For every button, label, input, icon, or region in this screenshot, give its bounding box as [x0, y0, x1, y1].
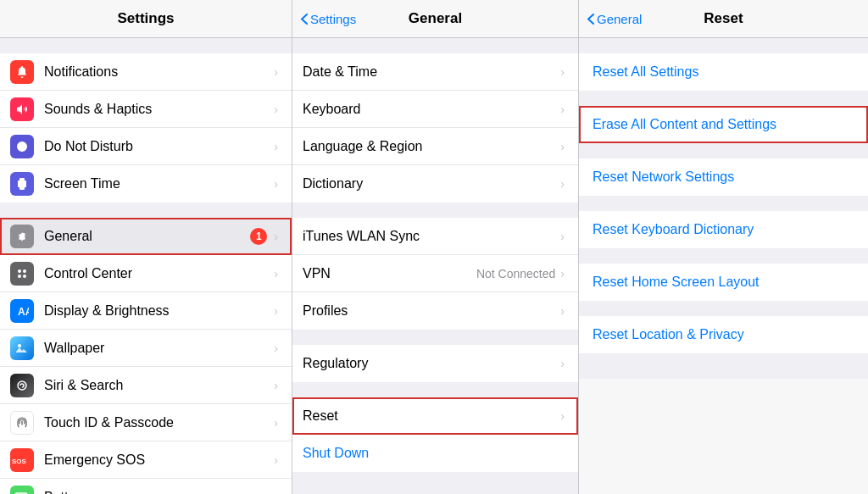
- chevron-icon: ›: [560, 409, 565, 423]
- middle-item-dictionary[interactable]: Dictionary ›: [292, 165, 578, 203]
- vpn-label: VPN: [303, 266, 476, 281]
- wallpaper-label: Wallpaper: [44, 341, 274, 356]
- right-item-reset-network[interactable]: Reset Network Settings: [579, 158, 868, 196]
- chevron-icon: ›: [274, 304, 278, 318]
- regulatory-label: Regulatory: [303, 356, 560, 371]
- left-column: Settings Notifications ›: [0, 0, 292, 494]
- reset-homescreen-label: Reset Home Screen Layout: [593, 275, 760, 290]
- section-gap: [579, 248, 868, 264]
- sounds-label: Sounds & Haptics: [44, 102, 274, 117]
- chevron-icon: ›: [560, 230, 565, 243]
- notifications-icon: [10, 60, 34, 84]
- sidebar-item-touchid[interactable]: Touch ID & Passcode ›: [0, 404, 292, 441]
- middle-column: Settings General Date & Time › Keyboard …: [292, 0, 579, 494]
- chevron-icon: ›: [560, 65, 565, 79]
- dnd-icon: [10, 135, 34, 158]
- chevron-icon: ›: [560, 103, 565, 116]
- chevron-icon: ›: [274, 140, 278, 153]
- section-gap: [579, 91, 868, 106]
- left-group1: Notifications › Sounds & Haptics ›: [0, 53, 292, 203]
- bottom-gap: [579, 353, 868, 379]
- vpn-status: Not Connected: [476, 267, 555, 280]
- middle-group1: Date & Time › Keyboard › Language & Regi…: [292, 53, 578, 203]
- svg-rect-0: [19, 178, 25, 190]
- right-item-reset-keyboard[interactable]: Reset Keyboard Dictionary: [579, 211, 868, 248]
- middle-item-shutdown[interactable]: Shut Down: [292, 435, 578, 472]
- chevron-icon: ›: [274, 341, 278, 355]
- dnd-label: Do Not Disturb: [44, 139, 274, 154]
- middle-item-language[interactable]: Language & Region ›: [292, 128, 578, 165]
- svg-rect-2: [25, 180, 26, 187]
- reset-network-label: Reset Network Settings: [593, 169, 734, 185]
- chevron-icon: ›: [560, 267, 565, 280]
- notifications-label: Notifications: [44, 64, 274, 80]
- reset-location-label: Reset Location & Privacy: [593, 327, 744, 342]
- dictionary-label: Dictionary: [303, 176, 560, 191]
- controlcenter-icon: [10, 262, 34, 286]
- right-scroll: Reset All Settings Erase All Content and…: [579, 38, 868, 494]
- sos-icon: SOS: [10, 448, 34, 472]
- bottom-gap: [292, 472, 578, 494]
- sidebar-item-controlcenter[interactable]: Control Center ›: [0, 255, 292, 292]
- keyboard-label: Keyboard: [303, 102, 560, 117]
- right-group5: Reset Home Screen Layout: [579, 264, 868, 301]
- middle-group2: iTunes WLAN Sync › VPN Not Connected › P…: [292, 218, 578, 330]
- right-back-label: General: [597, 12, 642, 26]
- middle-header: Settings General: [292, 0, 578, 38]
- reset-all-label: Reset All Settings: [593, 64, 698, 80]
- section-gap: [292, 203, 578, 218]
- chevron-icon: ›: [274, 379, 278, 392]
- middle-back-button[interactable]: Settings: [301, 12, 356, 26]
- sidebar-item-sounds[interactable]: Sounds & Haptics ›: [0, 91, 292, 128]
- chevron-icon: ›: [560, 177, 565, 191]
- chevron-icon: ›: [274, 416, 278, 430]
- right-group4: Reset Keyboard Dictionary: [579, 211, 868, 248]
- sounds-icon: [10, 97, 34, 121]
- middle-item-profiles[interactable]: Profiles ›: [292, 292, 578, 330]
- sidebar-item-siri[interactable]: Siri & Search ›: [0, 367, 292, 404]
- middle-item-itunes[interactable]: iTunes WLAN Sync ›: [292, 218, 578, 255]
- sidebar-item-sos[interactable]: SOS Emergency SOS ›: [0, 441, 292, 479]
- right-back-button[interactable]: General: [587, 12, 642, 26]
- touchid-label: Touch ID & Passcode: [44, 415, 274, 430]
- chevron-icon: ›: [274, 177, 278, 191]
- right-item-reset-all[interactable]: Reset All Settings: [579, 53, 868, 91]
- middle-item-regulatory[interactable]: Regulatory ›: [292, 345, 578, 382]
- sidebar-item-display[interactable]: AA Display & Brightness ›: [0, 292, 292, 330]
- sidebar-item-screentime[interactable]: Screen Time ›: [0, 165, 292, 203]
- section-gap: [579, 301, 868, 316]
- svg-text:SOS: SOS: [12, 458, 27, 465]
- chevron-icon: ›: [274, 453, 278, 467]
- middle-group3: Regulatory ›: [292, 345, 578, 382]
- general-badge: 1: [250, 228, 267, 245]
- right-item-reset-location[interactable]: Reset Location & Privacy: [579, 316, 868, 353]
- middle-item-keyboard[interactable]: Keyboard ›: [292, 91, 578, 128]
- siri-label: Siri & Search: [44, 378, 274, 393]
- sidebar-item-notifications[interactable]: Notifications ›: [0, 53, 292, 91]
- right-title: Reset: [704, 10, 743, 27]
- left-title: Settings: [117, 10, 174, 27]
- middle-scroll: Date & Time › Keyboard › Language & Regi…: [292, 38, 578, 494]
- sidebar-item-battery[interactable]: Battery ›: [0, 479, 292, 494]
- chevron-icon: ›: [274, 267, 278, 280]
- chevron-icon: ›: [274, 103, 278, 116]
- middle-item-reset[interactable]: Reset ›: [292, 397, 578, 435]
- right-item-reset-homescreen[interactable]: Reset Home Screen Layout: [579, 264, 868, 301]
- sidebar-item-wallpaper[interactable]: Wallpaper ›: [0, 330, 292, 367]
- right-item-erase-all[interactable]: Erase All Content and Settings: [579, 106, 868, 143]
- chevron-icon: ›: [274, 65, 278, 79]
- right-group3: Reset Network Settings: [579, 158, 868, 196]
- svg-point-8: [18, 344, 21, 347]
- sidebar-item-dnd[interactable]: Do Not Disturb ›: [0, 128, 292, 165]
- section-gap: [579, 196, 868, 211]
- svg-point-5: [18, 275, 21, 278]
- middle-item-datetime[interactable]: Date & Time ›: [292, 53, 578, 91]
- svg-rect-1: [18, 180, 19, 187]
- sidebar-item-general[interactable]: General 1 ›: [0, 218, 292, 255]
- svg-point-3: [18, 269, 21, 273]
- datetime-label: Date & Time: [303, 64, 560, 80]
- middle-item-vpn[interactable]: VPN Not Connected ›: [292, 255, 578, 292]
- middle-title: General: [409, 10, 462, 27]
- screentime-icon: [10, 172, 34, 196]
- chevron-icon: ›: [274, 230, 278, 243]
